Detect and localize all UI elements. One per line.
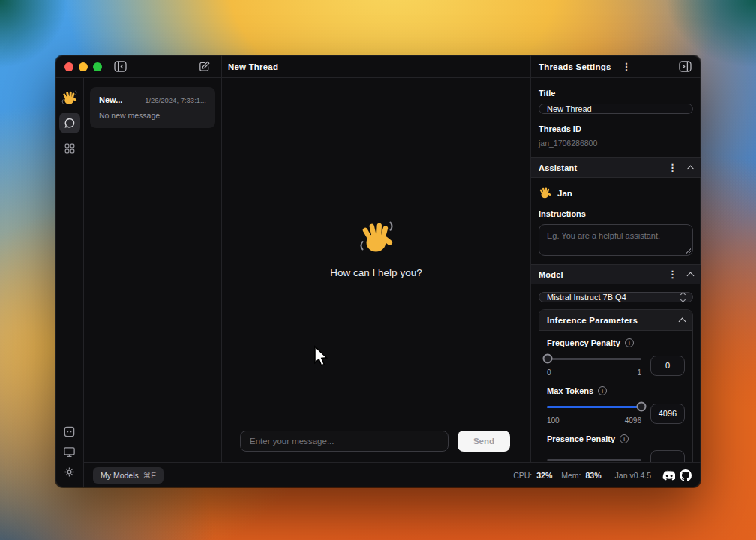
monitor-icon xyxy=(63,446,76,458)
model-header-label: Model xyxy=(538,270,563,279)
param-max-tokens: Max Tokens i xyxy=(547,386,685,424)
page-title: New Thread xyxy=(228,62,278,71)
inference-header-label: Inference Parameters xyxy=(547,316,638,325)
my-models-button[interactable]: My Models ⌘E xyxy=(93,467,164,484)
presence-penalty-value-input[interactable] xyxy=(650,450,685,462)
sidebar-item-assistant[interactable] xyxy=(59,87,80,108)
discord-icon[interactable] xyxy=(662,470,675,481)
minimize-button[interactable] xyxy=(79,62,88,71)
frequency-penalty-slider[interactable] xyxy=(547,354,641,363)
sidebar-item-hub[interactable] xyxy=(59,138,80,159)
mem-value: 83% xyxy=(586,471,602,480)
my-models-label: My Models xyxy=(100,471,139,480)
chat-main-area: How can I help you? Send xyxy=(222,78,531,462)
frequency-penalty-label: Frequency Penalty xyxy=(547,338,620,347)
message-input[interactable] xyxy=(240,430,448,452)
frequency-penalty-value-input[interactable] xyxy=(650,356,685,376)
titlebar-center: New Thread xyxy=(222,56,531,77)
collapse-right-panel-button[interactable] xyxy=(677,59,693,74)
param-frequency-penalty: Frequency Penalty i xyxy=(547,338,685,376)
send-button[interactable]: Send xyxy=(458,430,510,452)
app-version: Jan v0.4.5 xyxy=(615,471,651,480)
traffic-lights xyxy=(64,62,102,71)
threads-id-label: Threads ID xyxy=(538,124,693,134)
thread-title-input[interactable] xyxy=(538,104,693,114)
titlebar-left xyxy=(56,56,222,77)
sidebar-rail xyxy=(56,78,84,488)
close-button[interactable] xyxy=(64,62,74,71)
threads-settings-panel: Title Threads ID jan_1706286800 Assistan… xyxy=(531,78,700,462)
max-tokens-value-input[interactable] xyxy=(650,404,685,424)
mouse-cursor xyxy=(312,345,328,368)
inference-parameters-header[interactable]: Inference Parameters xyxy=(539,310,692,331)
info-icon[interactable]: i xyxy=(625,338,634,347)
api-server-icon xyxy=(63,425,76,438)
assistant-kebab-icon[interactable]: ⋮ xyxy=(664,163,680,172)
slider-thumb[interactable] xyxy=(637,402,646,412)
greeting-text: How can I help you? xyxy=(330,267,422,278)
threads-settings-kebab-icon[interactable]: ⋮ xyxy=(619,62,634,71)
wave-hand-large-icon xyxy=(359,220,394,255)
sidebar-item-local-api[interactable] xyxy=(63,425,76,438)
presence-penalty-slider[interactable] xyxy=(547,456,641,463)
select-chevrons-icon xyxy=(681,292,685,302)
thread-title: New... xyxy=(99,95,122,104)
assistant-section-header[interactable]: Assistant ⋮ xyxy=(531,158,700,178)
thread-timestamp: 1/26/2024, 7:33:1... xyxy=(145,96,206,104)
chat-bubble-icon xyxy=(64,117,76,129)
model-section-header[interactable]: Model ⋮ xyxy=(531,264,700,284)
jan-app-window: New Thread Threads Settings ⋮ xyxy=(56,56,700,488)
empty-thread-greeting: How can I help you? xyxy=(222,220,530,278)
edit-pencil-icon xyxy=(198,60,211,73)
assistant-chevron-up-icon[interactable] xyxy=(687,165,694,172)
sidebar-bottom-group xyxy=(63,425,76,478)
model-chevron-up-icon[interactable] xyxy=(687,272,694,279)
cpu-value: 32% xyxy=(536,471,552,480)
assistant-identity: Jan xyxy=(538,187,693,200)
system-stats: CPU:32% Mem:83% Jan v0.4.5 xyxy=(513,470,692,482)
gear-icon xyxy=(63,466,76,478)
model-select[interactable]: Mistral Instruct 7B Q4 xyxy=(538,292,693,302)
zoom-button[interactable] xyxy=(93,62,102,71)
title-label: Title xyxy=(538,88,693,98)
inference-parameters-card: Inference Parameters Frequency Penalty i xyxy=(538,309,693,462)
info-icon[interactable]: i xyxy=(620,434,628,443)
slider-max-label: 1 xyxy=(637,368,641,376)
my-models-shortcut: ⌘E xyxy=(143,471,157,480)
instructions-label: Instructions xyxy=(538,209,693,218)
titlebar: New Thread Threads Settings ⋮ xyxy=(56,56,700,78)
model-kebab-icon[interactable]: ⋮ xyxy=(664,269,680,279)
model-select-value: Mistral Instruct 7B Q4 xyxy=(547,292,626,302)
resize-handle-icon[interactable] xyxy=(686,248,691,254)
sidebar-item-threads[interactable] xyxy=(59,112,80,134)
cpu-label: CPU: xyxy=(513,471,532,480)
sidebar-item-system-monitor[interactable] xyxy=(63,446,76,458)
slider-min-label: 0 xyxy=(547,368,551,376)
assistant-header-label: Assistant xyxy=(538,164,577,172)
status-bar: My Models ⌘E CPU:32% Mem:83% Jan v0.4.5 xyxy=(84,462,700,488)
presence-penalty-label: Presence Penalty xyxy=(547,434,615,443)
slider-thumb[interactable] xyxy=(543,354,553,364)
new-thread-button[interactable] xyxy=(196,58,212,74)
sidebar-collapse-left-icon xyxy=(114,61,127,72)
mem-label: Mem: xyxy=(561,471,580,480)
thread-list: New... 1/26/2024, 7:33:1... No new messa… xyxy=(84,78,222,462)
thread-list-item[interactable]: New... 1/26/2024, 7:33:1... No new messa… xyxy=(90,87,215,128)
settings-panel-title: Threads Settings xyxy=(538,62,611,71)
max-tokens-slider[interactable] xyxy=(547,402,641,411)
slider-max-label: 4096 xyxy=(625,416,641,424)
desktop-wallpaper: New Thread Threads Settings ⋮ xyxy=(0,0,756,540)
github-icon[interactable] xyxy=(680,470,692,482)
assistant-name: Jan xyxy=(557,189,572,198)
thread-preview: No new message xyxy=(99,111,206,120)
slider-min-label: 100 xyxy=(547,416,560,424)
sidebar-item-settings[interactable] xyxy=(63,466,76,478)
info-icon[interactable]: i xyxy=(598,386,607,395)
assistant-hand-icon xyxy=(538,187,551,200)
inference-chevron-up-icon[interactable] xyxy=(679,317,686,325)
titlebar-right: Threads Settings ⋮ xyxy=(531,56,700,77)
grid-apps-icon xyxy=(64,142,76,154)
wave-hand-icon xyxy=(62,90,77,106)
instructions-textarea[interactable] xyxy=(538,224,693,256)
collapse-sidebar-button[interactable] xyxy=(112,59,128,74)
